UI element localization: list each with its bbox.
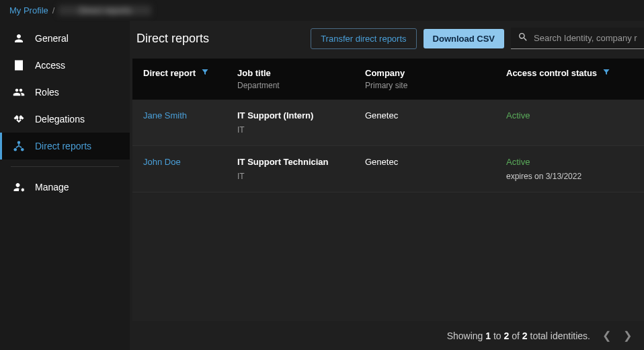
sidebar-item-label: Access [35, 60, 65, 71]
column-header-job-title[interactable]: Job title [237, 68, 271, 78]
breadcrumb-root[interactable]: My Profile [9, 5, 48, 15]
person-gear-icon [12, 180, 26, 194]
sidebar-item-manage[interactable]: Manage [0, 174, 130, 201]
sidebar-item-label: Delegations [35, 114, 85, 125]
column-header-access-status[interactable]: Access control status [506, 68, 597, 78]
sidebar-item-label: Manage [35, 182, 69, 193]
status-expiry: expires on 3/13/2022 [506, 172, 633, 181]
report-name-link[interactable]: Jane Smith [143, 110, 237, 120]
svg-point-1 [14, 148, 17, 151]
search-icon [518, 32, 528, 44]
hierarchy-icon [12, 139, 26, 153]
breadcrumb: My Profile / Direct reports [0, 0, 644, 21]
department: IT [237, 125, 365, 135]
svg-point-0 [17, 141, 21, 145]
sidebar-item-access[interactable]: Access [0, 52, 130, 79]
column-subheader-primary-site: Primary site [365, 81, 506, 90]
search-field[interactable] [511, 28, 644, 49]
job-title: IT Support Technician [237, 157, 365, 167]
table-row[interactable]: Jane Smith IT Support (Intern) IT Genete… [132, 100, 644, 146]
table-row[interactable]: John Doe IT Support Technician IT Genete… [132, 146, 644, 193]
column-header-company[interactable]: Company [365, 68, 405, 78]
group-icon [12, 85, 26, 99]
pagination-summary: Showing 1 to 2 of 2 total identities. [447, 330, 590, 341]
person-icon [12, 32, 26, 45]
status-badge: Active [506, 110, 633, 120]
direct-reports-table: Direct report Job title Department Compa… [132, 59, 644, 321]
sidebar-item-label: Roles [35, 87, 59, 98]
page-title: Direct reports [132, 32, 304, 46]
filter-icon[interactable] [602, 68, 610, 78]
sidebar-item-general[interactable]: General [0, 25, 130, 52]
sidebar-item-direct-reports[interactable]: Direct reports [0, 133, 130, 160]
svg-point-2 [21, 148, 24, 151]
table-footer: Showing 1 to 2 of 2 total identities. ❮ … [130, 321, 644, 350]
sidebar-item-roles[interactable]: Roles [0, 79, 130, 106]
breadcrumb-current: Direct reports [58, 5, 151, 15]
sidebar-item-label: Direct reports [35, 141, 91, 151]
department: IT [237, 172, 365, 181]
download-csv-button[interactable]: Download CSV [424, 29, 504, 48]
next-page-button[interactable]: ❯ [623, 329, 632, 342]
topbar: Direct reports Transfer direct reports D… [130, 21, 644, 59]
table-header: Direct report Job title Department Compa… [132, 59, 644, 100]
job-title: IT Support (Intern) [237, 110, 365, 120]
filter-icon[interactable] [201, 68, 209, 78]
sidebar-item-label: General [35, 33, 69, 44]
company: Genetec [365, 110, 506, 120]
report-name-link[interactable]: John Doe [143, 157, 237, 167]
prev-page-button[interactable]: ❮ [602, 329, 611, 342]
column-header-direct-report[interactable]: Direct report [143, 68, 196, 78]
search-input[interactable] [534, 33, 637, 43]
sidebar-item-delegations[interactable]: Delegations [0, 106, 130, 133]
sidebar-divider [11, 166, 119, 167]
handshake-icon [12, 112, 26, 126]
company: Genetec [365, 157, 506, 167]
sidebar: General Access Roles Delegations Direct … [0, 21, 130, 350]
building-icon [12, 59, 26, 72]
transfer-direct-reports-button[interactable]: Transfer direct reports [311, 28, 416, 49]
column-subheader-department: Department [237, 81, 365, 90]
status-badge: Active [506, 157, 633, 167]
breadcrumb-separator: / [52, 5, 55, 15]
